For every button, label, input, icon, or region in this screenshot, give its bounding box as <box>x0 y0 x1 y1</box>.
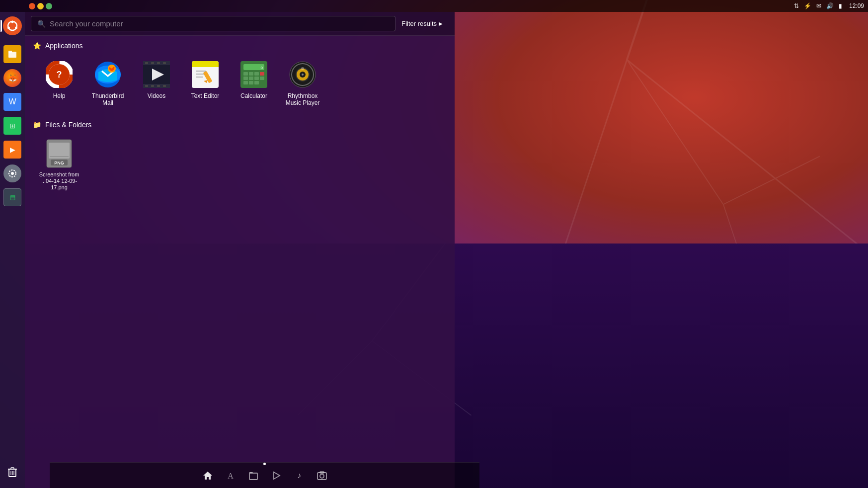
active-tab-indicator <box>263 463 266 465</box>
bottom-bar-music[interactable]: ♪ <box>294 470 305 481</box>
sidebar-item-settings[interactable] <box>2 163 23 184</box>
sidebar-item-firefox[interactable]: 🦊 <box>2 68 23 88</box>
bottom-bar-apps[interactable]: A <box>225 470 236 481</box>
search-icon: 🔍 <box>37 20 46 28</box>
search-input-wrapper[interactable]: 🔍 <box>31 16 395 31</box>
svg-rect-38 <box>151 85 154 87</box>
svg-rect-63 <box>260 81 264 84</box>
sidebar-item-ubuntu[interactable] <box>2 15 23 36</box>
svg-rect-75 <box>49 143 70 159</box>
svg-rect-44 <box>192 65 219 67</box>
firefox-icon: 🦊 <box>3 69 21 87</box>
svg-text:♪: ♪ <box>297 471 301 480</box>
search-input[interactable] <box>50 19 389 28</box>
app-item-calculator[interactable]: 0 Calculator <box>232 56 276 111</box>
svg-point-10 <box>15 27 17 29</box>
close-button[interactable] <box>29 3 35 9</box>
svg-text:A: A <box>228 472 234 480</box>
bottom-bar-photo[interactable] <box>316 470 327 481</box>
bottom-bar-files[interactable] <box>248 470 259 481</box>
sidebar-item-calc[interactable]: ⊞ <box>2 115 23 136</box>
app-name-help: Help <box>53 92 66 99</box>
settings-icon <box>3 164 21 182</box>
app-item-rhythmbox[interactable]: Rhythmbox Music Player <box>280 56 325 111</box>
sidebar-item-files[interactable] <box>2 44 23 65</box>
sidebar-divider-1 <box>4 40 20 40</box>
clock: 12:09 <box>849 2 864 9</box>
sidebar-item-trash[interactable] <box>2 462 23 483</box>
app-grid: ? Help Thun <box>33 56 447 111</box>
monitor-icon: ▤ <box>3 188 21 206</box>
svg-rect-52 <box>243 72 248 76</box>
bluetooth-icon[interactable]: ⚡ <box>804 2 811 9</box>
app-item-help[interactable]: ? Help <box>37 56 81 111</box>
file-icon-png: PNG <box>44 139 74 168</box>
files-folders-header: 📁 Files & Folders <box>33 121 447 129</box>
svg-rect-76 <box>50 157 69 157</box>
svg-rect-18 <box>11 468 14 469</box>
app-icon-help: ? <box>44 60 74 89</box>
svg-rect-62 <box>254 81 259 84</box>
svg-point-9 <box>11 21 14 23</box>
volume-icon[interactable]: 🔊 <box>826 2 834 9</box>
filter-results-button[interactable]: Filter results ▶ <box>395 20 449 27</box>
svg-text:?: ? <box>57 70 62 80</box>
svg-rect-13 <box>8 51 12 53</box>
app-name-texteditor: Text Editor <box>191 92 220 99</box>
svg-rect-36 <box>163 62 166 64</box>
file-item-screenshot[interactable]: PNG Screenshot from ...04-14 12-09-17.pn… <box>37 135 81 195</box>
window-controls <box>25 0 56 12</box>
svg-point-14 <box>11 172 14 175</box>
app-item-thunderbird[interactable]: Thunderbird Mail <box>85 56 130 111</box>
sidebar-item-impress[interactable]: ▶ <box>2 139 23 160</box>
network-icon[interactable]: ⇅ <box>794 2 799 9</box>
filter-results-label: Filter results <box>401 20 437 27</box>
svg-rect-58 <box>254 77 259 80</box>
svg-point-11 <box>7 27 10 29</box>
svg-rect-83 <box>317 473 326 480</box>
sidebar-item-writer[interactable]: W <box>2 91 23 112</box>
svg-rect-33 <box>145 62 148 64</box>
calc-icon: ⊞ <box>3 117 21 135</box>
app-item-videos[interactable]: Videos <box>134 56 179 111</box>
svg-rect-35 <box>157 62 160 64</box>
applications-header: ⭐ Applications <box>33 42 447 50</box>
impress-icon: ▶ <box>3 141 21 159</box>
files-folders-header-icon: 📁 <box>33 121 41 129</box>
svg-rect-80 <box>249 473 257 480</box>
app-icon-calculator: 0 <box>239 60 269 89</box>
minimize-button[interactable] <box>37 3 44 9</box>
svg-point-84 <box>320 474 324 478</box>
app-name-thunderbird: Thunderbird Mail <box>87 92 128 107</box>
bottom-bar-home[interactable] <box>202 470 213 481</box>
svg-line-5 <box>627 60 723 204</box>
bottom-bar-video[interactable] <box>271 470 282 481</box>
top-panel-right: ⇅ ⚡ ✉ 🔊 ▮ 12:09 <box>794 2 864 9</box>
files-folders-header-label: Files & Folders <box>45 121 91 129</box>
filter-results-arrow: ▶ <box>439 21 443 26</box>
ubuntu-logo-icon <box>3 16 22 35</box>
sidebar-item-monitor[interactable]: ▤ <box>2 187 23 208</box>
help-icon: ? <box>46 61 73 88</box>
svg-rect-55 <box>260 72 264 76</box>
dash-panel: 🔍 Filter results ▶ ⭐ Applications <box>25 12 455 488</box>
battery-icon: ▮ <box>839 2 842 9</box>
applications-header-icon: ⭐ <box>33 42 41 50</box>
svg-rect-56 <box>243 77 248 80</box>
svg-rect-37 <box>145 85 148 87</box>
app-name-videos: Videos <box>148 92 165 99</box>
svg-rect-53 <box>249 72 253 76</box>
app-name-rhythmbox: Rhythmbox Music Player <box>282 92 323 107</box>
svg-text:PNG: PNG <box>54 161 64 165</box>
top-panel: ⇅ ⚡ ✉ 🔊 ▮ 12:09 <box>0 0 868 12</box>
app-name-calculator: Calculator <box>240 92 267 99</box>
file-name-screenshot: Screenshot from ...04-14 12-09-17.png <box>39 171 79 191</box>
app-icon-rhythmbox <box>288 60 317 89</box>
app-item-texteditor[interactable]: Text Editor <box>183 56 228 111</box>
svg-text:0: 0 <box>261 66 263 70</box>
maximize-button[interactable] <box>46 3 52 9</box>
svg-line-2 <box>531 60 627 349</box>
mail-icon[interactable]: ✉ <box>816 2 821 9</box>
svg-line-7 <box>723 204 772 349</box>
app-icon-thunderbird <box>93 60 123 89</box>
